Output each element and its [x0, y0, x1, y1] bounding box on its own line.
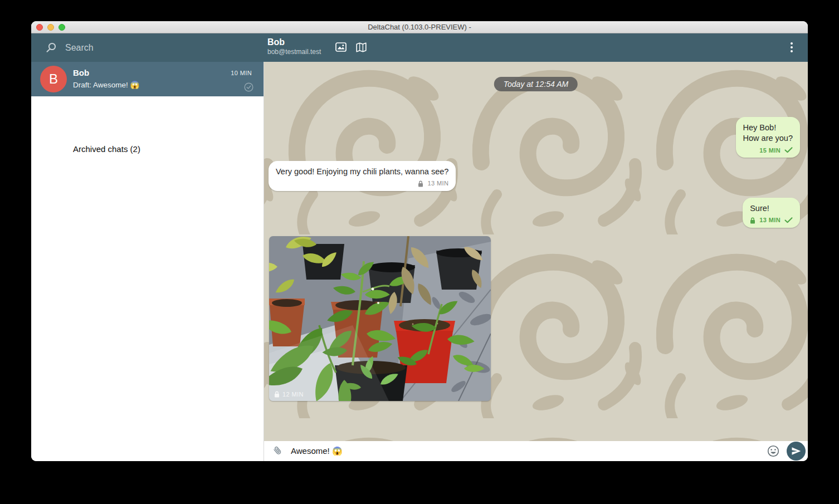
lock-icon: [418, 180, 423, 187]
message-time: 12 MIN: [282, 391, 304, 398]
chat-list-sidebar: B Bob Draft: Awesome! 😱 10 MIN Archived …: [31, 62, 264, 461]
message-text: Hey Bob! How are you?: [743, 123, 793, 144]
lock-icon: [750, 217, 755, 224]
message-time: 13 MIN: [759, 216, 781, 224]
sidebar-header: [31, 33, 264, 62]
message-list[interactable]: Today at 12:54 AM Hey Bob! How are you? …: [264, 62, 808, 441]
chat-item-name: Bob: [73, 68, 89, 77]
gallery-icon[interactable]: [335, 42, 347, 54]
minimize-button[interactable]: [47, 24, 54, 31]
app-window: DeltaChat (0.103.0-PREVIEW) - Bob bob@te…: [31, 21, 808, 461]
search-icon: [46, 42, 56, 53]
window-title: DeltaChat (0.103.0-PREVIEW) -: [31, 21, 808, 33]
chat-header: Bob bob@testmail.test: [264, 33, 808, 62]
chat-header-name: Bob: [267, 37, 321, 48]
chat-header-title: Bob bob@testmail.test: [267, 37, 321, 56]
chat-item-time: 10 MIN: [231, 70, 252, 76]
message-input[interactable]: [291, 447, 767, 456]
chat-item-preview: Draft: Awesome! 😱: [73, 80, 139, 89]
search-input[interactable]: [65, 43, 204, 53]
message-time: 15 MIN: [759, 146, 781, 155]
message-text: Sure!: [750, 203, 793, 214]
close-button[interactable]: [36, 24, 43, 31]
avatar-letter: B: [49, 71, 58, 87]
message-text: Very good! Enjoying my chili plants, wan…: [276, 167, 448, 177]
chat-header-address: bob@testmail.test: [267, 48, 321, 56]
lock-icon: [274, 391, 280, 398]
conversation-panel: Today at 12:54 AM Hey Bob! How are you? …: [264, 62, 808, 461]
message-bubble-outgoing[interactable]: Sure! 13 MIN: [743, 198, 800, 228]
app-header: Bob bob@testmail.test: [31, 33, 808, 62]
message-bubble-outgoing[interactable]: Hey Bob! How are you? 15 MIN: [736, 117, 800, 158]
emoji-icon[interactable]: [767, 444, 780, 458]
send-button[interactable]: [787, 442, 806, 461]
chat-list-item-bob[interactable]: B Bob Draft: Awesome! 😱 10 MIN: [31, 62, 264, 96]
kebab-menu-icon[interactable]: [788, 42, 796, 52]
chili-plants-photo: [269, 236, 491, 401]
message-bubble-incoming[interactable]: Very good! Enjoying my chili plants, wan…: [269, 161, 456, 191]
delivered-check-icon: [784, 147, 793, 153]
composer: [264, 441, 808, 461]
image-message[interactable]: 12 MIN: [269, 236, 491, 401]
traffic-lights: [36, 24, 65, 31]
zoom-button[interactable]: [58, 24, 65, 31]
send-icon: [791, 446, 802, 457]
map-icon[interactable]: [356, 42, 367, 55]
paperclip-icon[interactable]: [272, 446, 283, 457]
message-time: 13 MIN: [427, 179, 448, 188]
delivery-status-icon: [244, 82, 253, 94]
date-divider: Today at 12:54 AM: [494, 77, 578, 91]
image-message-meta: 12 MIN: [274, 391, 304, 398]
avatar: B: [40, 66, 67, 92]
window-titlebar: DeltaChat (0.103.0-PREVIEW) -: [31, 21, 808, 33]
delivered-check-icon: [784, 217, 793, 223]
archived-chats-link[interactable]: Archived chats (2): [73, 144, 140, 154]
